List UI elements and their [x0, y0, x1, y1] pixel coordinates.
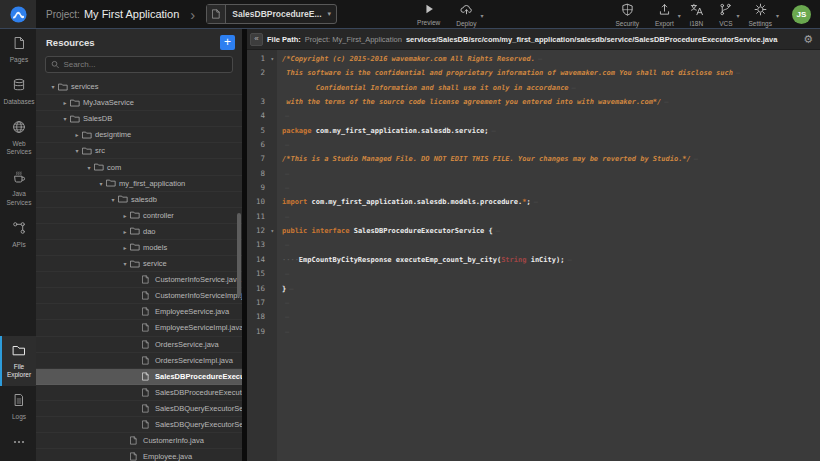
fold-toggle-icon[interactable]: ▾: [270, 52, 274, 66]
gutter-line-number: 6: [247, 138, 277, 152]
tree-file-employeeservice-java[interactable]: EmployeeService.java: [36, 304, 242, 320]
vcs-button[interactable]: VCS▾: [719, 3, 732, 27]
code-line-text: –: [277, 167, 289, 181]
code-line: 12▾public interface SalesDBProcedureExec…: [247, 224, 820, 238]
tree-expander-icon[interactable]: ▸: [60, 99, 70, 106]
search-input[interactable]: [63, 60, 227, 69]
tree-expander-icon[interactable]: ▾: [84, 164, 94, 171]
settings-button[interactable]: Settings▾: [749, 3, 773, 27]
tree-file-employee-java[interactable]: Employee.java: [36, 449, 242, 461]
tree-item-label: SalesDB: [83, 114, 112, 123]
tree-expander-icon[interactable]: ▾: [48, 83, 58, 90]
export-button[interactable]: Export▾: [655, 3, 674, 27]
file-icon: [130, 436, 142, 445]
tree-folder-salesdb[interactable]: ▾SalesDB: [36, 111, 242, 127]
tree-item-label: salesdb: [131, 195, 157, 204]
play-icon: [423, 3, 435, 18]
add-resource-button[interactable]: +: [220, 35, 235, 50]
code-editor-pane: « File Path: Project: My_First_Applicati…: [247, 29, 820, 461]
tree-folder-services[interactable]: ▾services: [36, 79, 242, 95]
wavemaker-logo[interactable]: [0, 0, 36, 28]
gutter-line-number: 18: [247, 310, 277, 324]
tree-file-salesdbqueryexecutorservice-java[interactable]: SalesDBQueryExecutorService.java: [36, 401, 242, 417]
sidebar-item-web-services[interactable]: Web Services: [0, 113, 36, 164]
tree-file-salesdbprocedureexecutorserviceimpl-java[interactable]: SalesDBProcedureExecutorServiceImpl.java: [36, 385, 242, 401]
tree-file-ordersservice-java[interactable]: OrdersService.java: [36, 337, 242, 353]
tree-file-customerinfoservice-java[interactable]: CustomerInfoService.java: [36, 272, 242, 288]
tree-folder-salesdb[interactable]: ▾salesdb: [36, 192, 242, 208]
tree-expander-icon[interactable]: ▸: [120, 244, 130, 251]
tree-expander-icon[interactable]: ▾: [72, 147, 82, 154]
sidebar-item-databases[interactable]: Databases: [0, 71, 36, 113]
sidebar-item-java-services[interactable]: Java Services: [0, 163, 36, 214]
tree-file-salesdbqueryexecutorserviceimpl-java[interactable]: SalesDBQueryExecutorServiceImpl.java: [36, 417, 242, 433]
tree-folder-src[interactable]: ▾src: [36, 143, 242, 159]
tree-file-customerinfo-java[interactable]: CustomerInfo.java: [36, 433, 242, 449]
deploy-button[interactable]: Deploy▾: [456, 3, 476, 27]
preview-button[interactable]: Preview: [417, 3, 440, 26]
tree-expander-icon[interactable]: ▸: [120, 228, 130, 235]
tree-expander-icon[interactable]: ▾: [60, 115, 70, 122]
tree-expander-icon[interactable]: ▾: [120, 260, 130, 267]
tree-folder-models[interactable]: ▸models: [36, 240, 242, 256]
code-line-text: –: [277, 325, 289, 339]
tree-file-salesdbprocedureexecutorservice-java[interactable]: SalesDBProcedureExecutorService.java: [36, 369, 242, 385]
tree-folder-my-first-application[interactable]: ▾my_first_application: [36, 176, 242, 192]
sidebar-item-more[interactable]: [0, 428, 36, 461]
user-avatar[interactable]: JS: [792, 5, 811, 24]
tree-folder-myjavaservice[interactable]: ▸MyJavaService: [36, 95, 242, 111]
tree-item-label: MyJavaService: [83, 98, 134, 107]
code-line: 13–: [247, 238, 820, 252]
folder-icon: [130, 211, 142, 219]
translate-icon: [690, 3, 703, 19]
tree-folder-service[interactable]: ▾service: [36, 256, 242, 272]
tree-folder-com[interactable]: ▾com: [36, 159, 242, 175]
tree-folder-designtime[interactable]: ▸designtime: [36, 127, 242, 143]
code-editor[interactable]: 1▾/*Copyright (c) 2015-2016 wavemaker.co…: [247, 50, 820, 461]
open-file-dropdown[interactable]: SalesDBProcedureE... ▾: [206, 4, 337, 24]
tree-expander-icon[interactable]: ▾: [108, 196, 118, 203]
security-button[interactable]: Security: [615, 3, 638, 27]
file-icon: [207, 5, 226, 23]
tree-item-label: my_first_application: [119, 179, 185, 188]
tree-expander-icon[interactable]: ▸: [72, 131, 82, 138]
tree-folder-controller[interactable]: ▸controller: [36, 208, 242, 224]
gutter-line-number: 15: [247, 267, 277, 281]
gutter-line-number: 16: [247, 282, 277, 296]
code-line-text: /*Copyright (c) 2015-2016 wavemaker.com …: [277, 52, 542, 66]
tree-folder-dao[interactable]: ▸dao: [36, 224, 242, 240]
gear-icon: [754, 3, 767, 19]
action-label: Security: [615, 20, 638, 27]
code-line-text: –: [277, 109, 289, 123]
sidebar-item-pages[interactable]: Pages: [0, 29, 36, 71]
tree-item-label: EmployeeServiceImpl.java: [155, 323, 242, 332]
folder-icon: [130, 243, 142, 251]
sidebar-item-file-explorer[interactable]: File Explorer: [0, 336, 36, 387]
chevron-down-icon: ▾: [678, 12, 681, 19]
export-icon: [658, 3, 671, 19]
i18n-button[interactable]: i18N: [690, 3, 703, 27]
sidebar-item-logs[interactable]: Logs: [0, 386, 36, 428]
code-line-text: ····EmpCountByCityResponse executeEmp_co…: [277, 253, 572, 267]
sidebar-item-apis[interactable]: APIs: [0, 214, 36, 256]
logs-icon: [12, 393, 26, 411]
tree-file-employeeserviceimpl-java[interactable]: EmployeeServiceImpl.java: [36, 320, 242, 336]
code-line: 17–: [247, 296, 820, 310]
chevron-down-icon: ▾: [480, 12, 483, 19]
editor-settings-gear-icon[interactable]: ⚙: [803, 34, 813, 45]
gutter-line-number: 12▾: [247, 224, 277, 238]
code-line: 8–: [247, 167, 820, 181]
fold-toggle-icon[interactable]: ▾: [270, 224, 274, 238]
tree-file-customerinfoserviceimpl-java[interactable]: CustomerInfoServiceImpl.java: [36, 288, 242, 304]
resources-title: Resources: [46, 37, 220, 48]
pages-icon: [12, 36, 26, 54]
tree-scrollbar-thumb[interactable]: [237, 213, 241, 297]
file-icon: [142, 420, 154, 429]
gutter-line-number: 9: [247, 181, 277, 195]
code-line: 2 This software is the confidential and …: [247, 66, 820, 80]
tree-expander-icon[interactable]: ▸: [120, 212, 130, 219]
collapse-panel-button[interactable]: «: [250, 33, 263, 46]
tree-expander-icon[interactable]: ▾: [96, 180, 106, 187]
tree-item-label: src: [95, 146, 105, 155]
tree-file-ordersserviceimpl-java[interactable]: OrdersServiceImpl.java: [36, 353, 242, 369]
